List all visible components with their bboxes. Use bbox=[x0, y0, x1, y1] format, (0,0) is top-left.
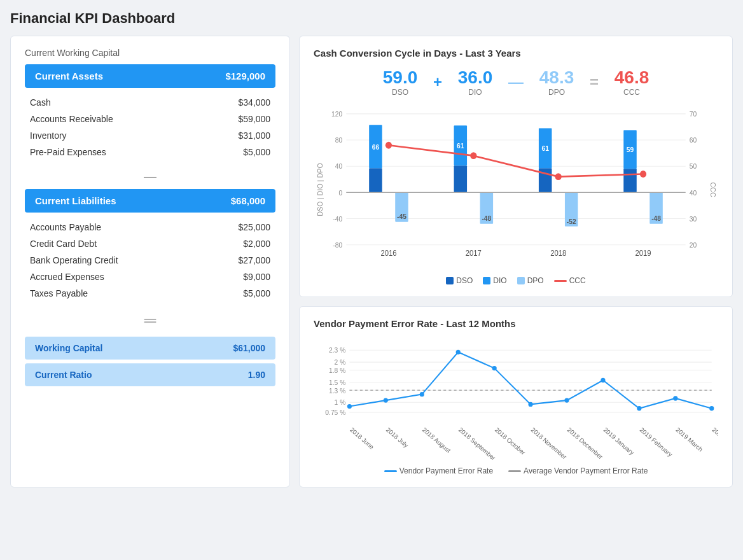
ccc-legend: DSO DIO DPO CCC bbox=[314, 276, 718, 285]
asset-value: $34,000 bbox=[238, 97, 270, 108]
asset-value: $59,000 bbox=[238, 114, 270, 124]
svg-text:DSO | DIO | DPO: DSO | DIO | DPO bbox=[317, 163, 324, 216]
liability-label: Bank Operating Credit bbox=[30, 255, 118, 265]
asset-value: $5,000 bbox=[243, 147, 270, 157]
current-assets-value: $129,000 bbox=[225, 71, 265, 81]
legend-avg-rate: Average Vendor Payment Error Rate bbox=[508, 466, 648, 475]
current-assets-header: Current Assets $129,000 bbox=[25, 64, 275, 88]
dashboard-title: Financial KPI Dashboard bbox=[10, 10, 733, 27]
legend-vendor-label: Vendor Payment Error Rate bbox=[399, 466, 493, 475]
legend-avg-line bbox=[508, 470, 521, 472]
dio-metric: 36.0 DIO bbox=[450, 67, 501, 97]
svg-text:2019 February: 2019 February bbox=[639, 426, 674, 458]
equals-separator: ═ bbox=[25, 311, 275, 330]
svg-text:1 %: 1 % bbox=[335, 399, 346, 406]
svg-text:-48: -48 bbox=[482, 214, 491, 222]
liability-value: $5,000 bbox=[243, 288, 270, 298]
svg-text:2018 November: 2018 November bbox=[530, 426, 569, 461]
svg-point-50 bbox=[555, 173, 562, 180]
svg-text:-48: -48 bbox=[651, 214, 661, 222]
svg-text:-40: -40 bbox=[333, 215, 342, 223]
svg-text:2019 March: 2019 March bbox=[675, 426, 704, 452]
legend-dio: DIO bbox=[483, 276, 506, 285]
svg-text:1.3 %: 1.3 % bbox=[329, 387, 345, 394]
svg-text:0.75 %: 0.75 % bbox=[325, 409, 345, 416]
asset-item: Accounts Receivable$59,000 bbox=[25, 111, 275, 127]
svg-text:2.3 %: 2.3 % bbox=[329, 347, 345, 354]
asset-label: Cash bbox=[30, 97, 51, 108]
svg-text:20: 20 bbox=[690, 241, 697, 249]
svg-text:66: 66 bbox=[372, 143, 380, 150]
svg-text:-80: -80 bbox=[333, 241, 342, 249]
asset-value: $31,000 bbox=[238, 130, 270, 141]
svg-point-70 bbox=[420, 392, 424, 396]
ccc-value: 46.8 bbox=[606, 67, 657, 88]
vendor-title: Vendor Payment Error Rate - Last 12 Mont… bbox=[314, 318, 718, 329]
svg-text:40: 40 bbox=[335, 162, 343, 170]
current-liabilities-label: Current Liabilities bbox=[35, 195, 116, 206]
svg-text:2018: 2018 bbox=[550, 249, 566, 257]
ccc-label: CCC bbox=[606, 88, 657, 97]
minus-separator: — bbox=[25, 169, 275, 184]
svg-text:70: 70 bbox=[690, 110, 697, 118]
asset-label: Accounts Receivable bbox=[30, 114, 113, 124]
svg-text:2019 April: 2019 April bbox=[711, 426, 718, 449]
ccc-panel: Cash Conversion Cycle in Days - Last 3 Y… bbox=[299, 36, 733, 297]
svg-text:61: 61 bbox=[457, 142, 464, 150]
ccc-metric: 46.8 CCC bbox=[606, 67, 657, 97]
asset-label: Inventory bbox=[30, 130, 67, 141]
liability-item: Taxes Payable$5,000 bbox=[25, 285, 275, 302]
liability-value: $2,000 bbox=[243, 239, 270, 249]
svg-text:30: 30 bbox=[690, 215, 697, 223]
svg-point-73 bbox=[528, 402, 532, 407]
vendor-legend: Vendor Payment Error Rate Average Vendor… bbox=[314, 466, 718, 475]
svg-text:2018 July: 2018 July bbox=[385, 426, 410, 449]
svg-text:40: 40 bbox=[690, 188, 697, 196]
legend-dpo: DPO bbox=[517, 276, 544, 285]
liability-item: Accrued Expenses$9,000 bbox=[25, 269, 275, 285]
dio-label: DIO bbox=[450, 88, 501, 97]
dpo-value: 48.3 bbox=[531, 67, 582, 88]
liability-item: Bank Operating Credit$27,000 bbox=[25, 252, 275, 269]
svg-text:-52: -52 bbox=[567, 217, 576, 225]
legend-dso-label: DSO bbox=[456, 276, 473, 285]
legend-dpo-dot bbox=[517, 277, 525, 284]
legend-dio-dot bbox=[483, 277, 490, 284]
svg-text:2016: 2016 bbox=[380, 249, 396, 257]
liability-label: Accounts Payable bbox=[30, 222, 101, 232]
svg-point-68 bbox=[347, 404, 352, 409]
ccc-title: Cash Conversion Cycle in Days - Last 3 Y… bbox=[314, 48, 718, 59]
dpo-metric: 48.3 DPO bbox=[531, 67, 582, 97]
section-title: Current Working Capital bbox=[25, 48, 275, 58]
svg-point-71 bbox=[456, 350, 461, 354]
legend-ccc-label: CCC bbox=[569, 276, 586, 285]
dso-metric: 59.0 DSO bbox=[375, 67, 426, 97]
asset-item: Inventory$31,000 bbox=[25, 127, 275, 144]
current-ratio-row: Current Ratio 1.90 bbox=[25, 363, 275, 386]
wc-label: Working Capital bbox=[35, 343, 102, 353]
plus-operator: + bbox=[431, 73, 445, 91]
svg-text:2018 October: 2018 October bbox=[494, 426, 527, 456]
liability-item: Accounts Payable$25,000 bbox=[25, 219, 275, 235]
liability-label: Accrued Expenses bbox=[30, 272, 104, 282]
svg-text:2018 August: 2018 August bbox=[421, 426, 452, 454]
legend-dso-dot bbox=[446, 277, 454, 284]
legend-dso: DSO bbox=[446, 276, 473, 285]
svg-point-48 bbox=[385, 142, 392, 149]
svg-text:50: 50 bbox=[690, 162, 697, 170]
vendor-panel: Vendor Payment Error Rate - Last 12 Mont… bbox=[299, 306, 733, 487]
working-capital-panel: Current Working Capital Current Assets $… bbox=[10, 36, 290, 487]
ccc-formula: 59.0 DSO + 36.0 DIO — 48.3 DPO = 46.8 CC… bbox=[314, 67, 718, 97]
svg-text:-45: -45 bbox=[397, 213, 406, 220]
assets-list: Cash$34,000Accounts Receivable$59,000Inv… bbox=[25, 94, 275, 160]
legend-dpo-label: DPO bbox=[527, 276, 544, 285]
svg-text:59: 59 bbox=[627, 146, 634, 153]
dso-value: 59.0 bbox=[375, 67, 426, 88]
svg-point-49 bbox=[470, 152, 476, 159]
liability-item: Credit Card Debt$2,000 bbox=[25, 235, 275, 252]
svg-text:61: 61 bbox=[541, 144, 549, 152]
svg-rect-27 bbox=[454, 165, 468, 192]
liability-value: $25,000 bbox=[238, 222, 270, 232]
cr-value: 1.90 bbox=[248, 370, 265, 380]
svg-text:2018 December: 2018 December bbox=[566, 426, 605, 461]
